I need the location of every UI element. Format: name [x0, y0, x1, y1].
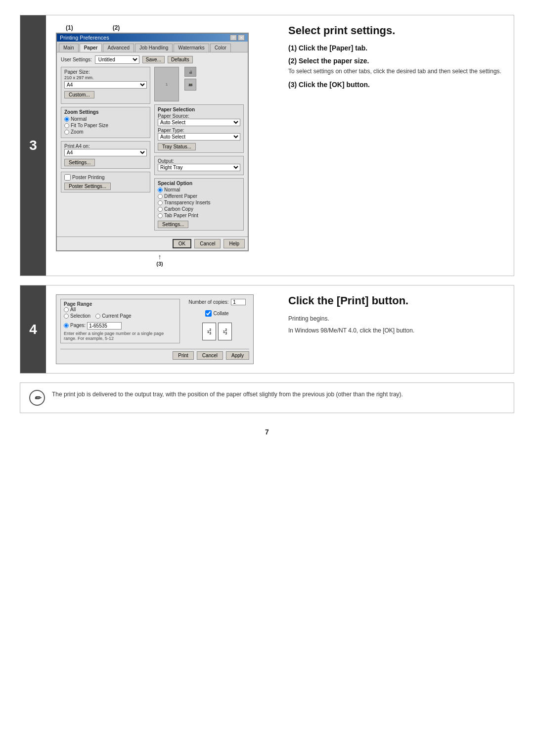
sp-normal-radio[interactable] — [158, 188, 163, 192]
apply-button[interactable]: Apply — [226, 351, 249, 360]
printer-thumbnail: 1 — [154, 67, 179, 101]
titlebar-icons: ? ✕ — [230, 35, 245, 41]
print-dialog: Page Range All Selection — [56, 294, 254, 364]
sp-tab-row: Tab Paper Print — [158, 213, 240, 218]
output-select[interactable]: Right Tray — [158, 164, 240, 171]
selection-current-row: Selection Current Page — [64, 313, 177, 320]
paper-source-heading: Paper Selection — [158, 107, 240, 112]
icon-copier: 🖨 — [184, 67, 196, 77]
print-a4-label: Print A4 on: — [64, 143, 147, 149]
dialog-titlebar: Printing Preferences ? ✕ — [57, 34, 248, 42]
custom-button[interactable]: Custom... — [64, 91, 94, 98]
cancel-button[interactable]: Cancel — [194, 239, 221, 248]
user-settings-label: User Settings: — [61, 57, 92, 62]
sp-carbon-row: Carbon Copy — [158, 206, 240, 212]
step-3-desc: To select settings on other tabs, click … — [288, 67, 504, 76]
selection-radio[interactable] — [64, 314, 69, 319]
collate-icon: 123 123 — [202, 321, 232, 342]
tab-main[interactable]: Main — [59, 44, 79, 52]
paper-source-label: Paper Source: — [158, 113, 240, 119]
sp-settings-btn[interactable]: Settings... — [158, 221, 188, 228]
defaults-button[interactable]: Defaults — [168, 56, 193, 63]
zoom-normal-radio[interactable] — [64, 117, 69, 122]
close-icon[interactable]: ✕ — [238, 35, 245, 41]
pages-input[interactable] — [87, 322, 122, 330]
zoom-normal-row: Normal — [64, 116, 147, 122]
print-button[interactable]: Print — [173, 351, 194, 360]
paper-source-group: Paper Selection Paper Source: Auto Selec… — [154, 104, 244, 153]
current-page-row: Current Page — [95, 313, 131, 319]
step-3-sub3: (3) Click the [OK] button. — [288, 81, 504, 89]
label-3: (3) — [56, 261, 264, 267]
step-4-heading: Click the [Print] button. — [288, 294, 504, 307]
all-row: All — [64, 307, 177, 312]
poster-check-row: Poster Printing — [64, 174, 147, 181]
label-2: (2) — [113, 24, 120, 31]
zoom-fit-label: Fit To Paper Size — [71, 123, 108, 128]
tab-watermarks[interactable]: Watermarks — [174, 44, 209, 52]
tab-advanced[interactable]: Advanced — [103, 44, 134, 52]
copies-row: Number of copies: — [188, 299, 245, 305]
pages-radio[interactable] — [64, 323, 69, 328]
user-settings-row: User Settings: Untitled Save... Defaults — [61, 55, 244, 64]
sp-carbon-radio[interactable] — [158, 207, 163, 212]
zoom-zoom-row: Zoom — [64, 129, 147, 135]
help-button[interactable]: Help — [223, 239, 245, 248]
tab-job-handling[interactable]: Job Handling — [135, 44, 173, 52]
sp-tab-radio[interactable] — [158, 213, 163, 218]
print-a4-group: Print A4 on: A4 Settings... — [61, 141, 150, 169]
tray-status-btn[interactable]: Tray Status... — [158, 143, 196, 150]
sp-diff-label: Different Paper — [164, 193, 197, 199]
sp-diff-row: Different Paper — [158, 193, 240, 199]
print-dialog-left: Page Range All Selection — [60, 299, 180, 346]
copies-input[interactable] — [231, 299, 246, 305]
save-button[interactable]: Save... — [142, 56, 165, 63]
all-radio[interactable] — [64, 307, 69, 312]
zoom-zoom-radio[interactable] — [64, 130, 69, 135]
note-icon: ✏ — [29, 390, 45, 406]
paper-source-select[interactable]: Auto Select — [158, 119, 240, 126]
printer-area: 1 🖨 📠 — [154, 67, 244, 101]
paper-type-label: Paper Type: — [158, 128, 240, 133]
all-label: All — [70, 307, 76, 312]
paper-size-value: 210 x 297 mm. — [64, 75, 94, 80]
copies-label: Number of copies: — [188, 299, 228, 305]
step-4-dialog-area: Page Range All Selection — [56, 294, 264, 364]
collate-checkbox[interactable] — [205, 310, 212, 317]
note-section: ✏ The print job is delivered to the outp… — [20, 382, 514, 413]
poster-settings-btn[interactable]: Poster Settings... — [64, 183, 111, 190]
help-icon[interactable]: ? — [230, 35, 237, 41]
selection-label: Selection — [70, 313, 90, 319]
zoom-fit-row: Fit To Paper Size — [64, 123, 147, 128]
user-settings-select[interactable]: Untitled — [95, 55, 139, 64]
print-a4-select[interactable]: A4 — [64, 149, 147, 156]
step-4-instructions: Click the [Print] button. Printing begin… — [278, 294, 504, 364]
print-dialog-footer: Print Cancel Apply — [60, 349, 249, 360]
zoom-fit-radio[interactable] — [64, 123, 69, 128]
sp-trans-radio[interactable] — [158, 200, 163, 205]
selection-row: Selection — [64, 313, 90, 319]
collate-row: Collate — [205, 310, 228, 317]
paper-size-group: Paper Size: 210 x 297 mm. A4 Custom... — [61, 67, 150, 104]
step-3-sub1: (1) Click the [Paper] tab. — [288, 44, 504, 52]
paper-type-select[interactable]: Auto Select — [158, 133, 240, 141]
a4-settings-btn[interactable]: Settings... — [64, 159, 95, 166]
dialog-footer: OK Cancel Help — [57, 236, 248, 250]
sp-trans-row: Transparency Inserts — [158, 200, 240, 205]
poster-checkbox[interactable] — [64, 174, 71, 181]
step-3-number: 3 — [20, 15, 46, 276]
sp-diff-radio[interactable] — [158, 194, 163, 199]
ok-button[interactable]: OK — [173, 239, 191, 248]
zoom-settings-group: Zoom Settings Normal Fit To Paper Size — [61, 107, 150, 138]
print-cancel-button[interactable]: Cancel — [197, 351, 223, 360]
collate-page-1: 123 — [202, 323, 216, 340]
print-preferences-dialog: Printing Preferences ? ✕ Main Paper Adva… — [56, 33, 249, 251]
current-page-label: Current Page — [102, 313, 131, 319]
icon-printer: 📠 — [184, 79, 196, 91]
tab-paper[interactable]: Paper — [80, 44, 102, 52]
dialog-body: User Settings: Untitled Save... Defaults — [57, 52, 248, 236]
current-page-radio[interactable] — [95, 314, 100, 319]
zoom-zoom-label: Zoom — [71, 129, 84, 135]
tab-color[interactable]: Color — [210, 44, 231, 52]
paper-size-select[interactable]: A4 — [64, 81, 147, 89]
